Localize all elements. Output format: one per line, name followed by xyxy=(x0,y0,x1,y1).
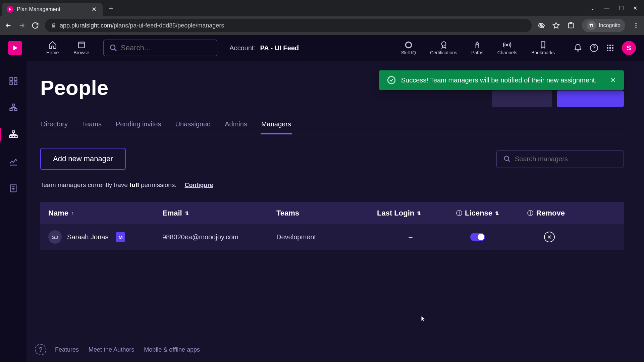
search-icon xyxy=(109,44,117,52)
reload-icon[interactable] xyxy=(32,22,39,29)
header-search[interactable] xyxy=(103,40,217,56)
permissions-note: Team managers currently have full permis… xyxy=(40,181,624,189)
toast-message: Success! Team managers will be notified … xyxy=(401,76,597,84)
tab-dropdown-icon[interactable]: ⌄ xyxy=(590,5,595,11)
browser-tab[interactable]: Plan Management ✕ xyxy=(2,3,103,16)
sort-icon: ⇅ xyxy=(417,210,421,216)
channels-icon xyxy=(503,41,512,49)
account-switcher[interactable]: Account: PA - UI Feed xyxy=(229,44,299,52)
secondary-action-button[interactable] xyxy=(492,90,552,107)
tab-title: Plan Management xyxy=(17,6,87,12)
footer-help-icon[interactable]: ? xyxy=(35,344,46,355)
check-circle-icon xyxy=(387,76,396,84)
svg-rect-26 xyxy=(14,82,17,84)
nav-bookmarks[interactable]: Bookmarks xyxy=(525,39,561,57)
nav-skilliq[interactable]: Skill IQ xyxy=(394,39,423,57)
url-bar: app.pluralsight.com/plans/pa-ui-feed-ddd… xyxy=(0,16,644,35)
extensions-icon[interactable] xyxy=(567,22,575,29)
app-body: Success! Team managers will be notified … xyxy=(0,61,644,362)
remove-button[interactable] xyxy=(544,232,555,242)
rail-dashboard[interactable] xyxy=(7,74,20,88)
success-toast: Success! Team managers will be notified … xyxy=(379,70,624,90)
name-cell[interactable]: SJ Saraah Jonas M xyxy=(48,230,162,244)
primary-action-button[interactable] xyxy=(557,90,624,107)
page-tabs: Directory Teams Pending invites Unassign… xyxy=(40,116,624,134)
nav-paths[interactable]: Paths xyxy=(465,39,490,57)
tab-close-icon[interactable]: ✕ xyxy=(90,6,98,13)
remove-cell xyxy=(511,232,565,242)
svg-point-10 xyxy=(406,42,411,48)
nav-back-icon[interactable] xyxy=(5,22,12,29)
search-icon xyxy=(503,155,511,163)
search-managers-input[interactable] xyxy=(515,155,617,163)
managers-table: Name ↑ Email ⇅ Teams Last Login ⇅ ⓘ Lice… xyxy=(40,202,624,250)
help-circle-icon: ⓘ xyxy=(456,209,462,217)
app-logo[interactable] xyxy=(8,41,22,55)
tab-directory[interactable]: Directory xyxy=(40,116,68,134)
manager-badge: M xyxy=(116,232,125,242)
maximize-icon[interactable]: ❐ xyxy=(619,5,624,11)
url-field[interactable]: app.pluralsight.com/plans/pa-ui-feed-ddd… xyxy=(45,19,532,32)
url-bar-icons: Incognito xyxy=(538,19,639,32)
toast-close-icon[interactable]: ✕ xyxy=(610,76,616,84)
home-icon xyxy=(48,41,57,49)
col-last-login[interactable]: Last Login ⇅ xyxy=(377,209,444,218)
tab-teams[interactable]: Teams xyxy=(81,116,102,134)
minimize-icon[interactable]: ― xyxy=(604,5,609,11)
apps-grid-icon[interactable] xyxy=(606,44,614,52)
kebab-menu-icon[interactable] xyxy=(633,22,639,29)
eye-off-icon[interactable] xyxy=(538,22,545,29)
nav-browse[interactable]: Browse xyxy=(67,39,96,57)
paths-icon xyxy=(473,41,482,49)
user-avatar[interactable]: S xyxy=(622,41,636,55)
add-manager-button[interactable]: Add new manager xyxy=(40,148,126,170)
configure-link[interactable]: Configure xyxy=(185,182,213,189)
svg-rect-29 xyxy=(14,109,17,111)
last-login-cell: – xyxy=(377,233,444,241)
tab-pending-invites[interactable]: Pending invites xyxy=(115,116,162,134)
nav-channels[interactable]: Channels xyxy=(491,39,524,57)
col-name[interactable]: Name ↑ xyxy=(48,209,162,218)
notifications-icon[interactable] xyxy=(574,44,582,52)
svg-point-5 xyxy=(635,23,636,24)
footer-mobile[interactable]: Mobile & offline apps xyxy=(144,346,200,353)
sort-icon: ⇅ xyxy=(495,210,499,216)
svg-rect-8 xyxy=(78,43,84,48)
new-tab-button[interactable]: ＋ xyxy=(107,3,115,13)
tab-unassigned[interactable]: Unassigned xyxy=(175,116,212,134)
svg-point-11 xyxy=(441,42,446,46)
row-avatar: SJ xyxy=(48,230,62,244)
browse-icon xyxy=(77,41,86,49)
col-license[interactable]: ⓘ License ⇅ xyxy=(444,209,511,218)
svg-rect-24 xyxy=(14,78,17,80)
close-window-icon[interactable]: ✕ xyxy=(633,5,637,11)
rail-org[interactable] xyxy=(7,101,20,115)
svg-rect-30 xyxy=(12,131,14,133)
tab-admins[interactable]: Admins xyxy=(224,116,248,134)
col-teams[interactable]: Teams xyxy=(276,209,377,218)
nav-forward-icon[interactable] xyxy=(18,22,25,29)
incognito-badge[interactable]: Incognito xyxy=(582,19,625,32)
help-icon[interactable] xyxy=(590,44,598,52)
license-toggle[interactable] xyxy=(470,233,485,241)
search-managers[interactable] xyxy=(496,150,624,168)
nav-certifications[interactable]: Certifications xyxy=(423,39,464,57)
tab-managers[interactable]: Managers xyxy=(261,116,292,134)
teams-cell: Development xyxy=(276,233,377,241)
rail-people[interactable] xyxy=(7,128,20,141)
nav-home[interactable]: Home xyxy=(40,39,65,57)
header-search-input[interactable] xyxy=(121,44,211,52)
svg-rect-15 xyxy=(609,45,611,46)
svg-rect-16 xyxy=(612,45,613,46)
rail-analytics[interactable] xyxy=(7,155,20,168)
svg-point-4 xyxy=(592,25,593,27)
bookmark-star-icon[interactable] xyxy=(552,22,560,29)
table-row: SJ Saraah Jonas M 988020ea@moodjoy.com D… xyxy=(40,224,624,250)
footer-features[interactable]: Features xyxy=(55,346,79,353)
rail-log[interactable] xyxy=(7,182,20,195)
footer-authors[interactable]: Meet the Authors xyxy=(89,346,134,353)
svg-rect-18 xyxy=(609,47,611,49)
col-email[interactable]: Email ⇅ xyxy=(162,209,276,218)
svg-rect-23 xyxy=(10,78,12,80)
svg-rect-28 xyxy=(10,109,12,111)
